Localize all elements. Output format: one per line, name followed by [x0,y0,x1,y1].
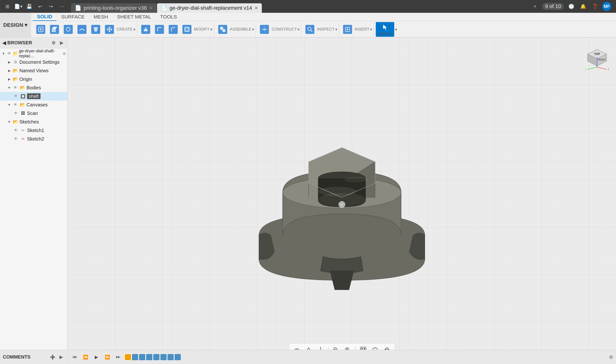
comments-collapse-icon[interactable]: ▶ [58,354,64,361]
tab-ge-dryer[interactable]: 📄 ge-dryer-dial-shaft-replacement v14 ✕ [157,3,262,13]
select-chevron-icon[interactable]: ▾ [395,27,397,32]
play-btn[interactable]: ▶ [92,353,101,361]
browser-collapse-icon[interactable]: ◀ [2,40,6,46]
user-avatar[interactable]: MF [602,2,611,11]
inspect-btn[interactable] [303,25,317,34]
chamfer-btn[interactable] [167,25,180,34]
tree-root-item[interactable]: ▼ 👁 📁 ge-dryer-dial-shaft-replac... ⚙ [0,49,67,58]
keyframe-1[interactable] [132,354,138,360]
inspect-chevron-icon[interactable]: ▾ [335,27,337,32]
keyframe-7[interactable] [175,354,181,360]
canvas-area[interactable]: TOP FRONT Z Y X [67,38,616,364]
extrude-btn[interactable] [48,25,61,34]
svg-text:FRONT: FRONT [598,59,606,61]
sweep-btn[interactable] [75,25,89,34]
select-btn[interactable]: SELECT [376,22,394,37]
step-back-btn[interactable]: ⏪ [81,353,90,361]
keyframe-4[interactable] [153,354,159,360]
tab-surface[interactable]: SURFACE [57,13,89,21]
clock-icon[interactable]: 🕐 [567,2,576,11]
tree-canvases[interactable]: ▼ 👁 📂 Canvases [0,101,67,109]
tab-sheet-metal[interactable]: SHEET METAL [113,13,155,21]
viewport-orientation-cube[interactable]: TOP FRONT Z Y X [583,42,611,71]
design-button[interactable]: DESIGN ▾ [0,13,31,37]
revolve-btn[interactable] [62,25,75,34]
tab-mesh[interactable]: MESH [89,13,112,21]
canvases-eye-icon[interactable]: 👁 [12,102,18,108]
press-pull-btn[interactable] [139,25,152,34]
save-icon[interactable]: 💾 [25,2,34,11]
chamfer-icon [169,25,178,34]
browser-settings-icon[interactable]: ⚙ [50,39,57,46]
named-views-expand[interactable]: ▶ [7,68,11,73]
bodies-expand[interactable]: ▼ [7,86,11,90]
tree-document-settings[interactable]: ▶ ⚙ Document Settings [0,58,67,66]
tree-sketch2[interactable]: 👁 ✏ Sketch2 [0,135,67,143]
animation-bar: ⏮ ⏪ ▶ ⏩ ⏭ ⚙ [67,350,616,364]
sketches-expand[interactable]: ▼ [7,120,11,124]
tree-sketch1[interactable]: 👁 ✏ Sketch1 [0,126,67,135]
step-forward-btn[interactable]: ⏩ [103,353,112,361]
skip-back-btn[interactable]: ⏮ [70,353,79,361]
root-expand-icon[interactable]: ▼ [1,52,6,56]
svg-text:Z: Z [608,68,609,71]
loft-btn[interactable] [89,25,102,34]
tree-sketches[interactable]: ▼ 📂 Sketches [0,117,67,126]
browser-header-right: ⚙ ▶ [50,39,65,46]
construct-btn[interactable] [258,25,271,34]
assemble-btn[interactable] [216,25,229,34]
comments-add-icon[interactable]: ➕ [49,354,56,361]
keyframe-6[interactable] [167,354,174,360]
skip-forward-btn[interactable]: ⏭ [114,353,123,361]
tree-origin[interactable]: ▶ 📂 Origin [0,75,67,83]
origin-expand[interactable]: ▶ [7,77,11,81]
tab-close-icon-2[interactable]: ✕ [255,5,258,11]
tree-scan[interactable]: 👁 🖼 Scan [0,109,67,117]
create-new-component-btn[interactable] [34,25,47,34]
app-grid-icon[interactable]: ⊞ [3,2,12,11]
new-tab-btn[interactable]: + [530,2,539,11]
svg-rect-72 [361,348,363,350]
sketch2-eye-icon[interactable]: 👁 [13,136,19,142]
more-icon[interactable]: ⋯ [57,2,66,11]
redo-icon[interactable]: ↪ [46,2,55,11]
shaft-eye-icon[interactable]: 👁 [13,93,19,99]
svg-text:Y: Y [585,68,587,71]
root-settings-icon[interactable]: ⚙ [63,52,66,56]
shell-btn[interactable] [180,25,193,34]
inspect-group: INSPECT ▾ [302,22,339,37]
more-create-btn[interactable] [103,25,116,34]
create-chevron-icon[interactable]: ▾ [133,27,136,32]
scan-eye-icon[interactable]: 👁 [13,110,19,116]
keyframe-3[interactable] [146,354,152,360]
root-eye-icon[interactable]: 👁 [7,51,12,57]
tree-bodies[interactable]: ▼ 👁 📂 Bodies [0,83,67,92]
tab-printing-tools[interactable]: 📄 printing-tools-organizer v38 ✕ [71,3,157,13]
help-icon[interactable]: ❓ [590,2,599,11]
tab-solid[interactable]: SOLID [33,13,56,21]
doc-settings-expand[interactable]: ▶ [7,60,11,64]
browser-close-icon[interactable]: ▶ [58,39,65,46]
keyframe-2[interactable] [139,354,145,360]
fillet-btn[interactable] [153,25,166,34]
modify-chevron-icon[interactable]: ▾ [210,27,213,32]
keyframe-5[interactable] [160,354,167,360]
tab-tools[interactable]: TOOLS [156,13,181,21]
tree-named-views[interactable]: ▶ 📂 Named Views [0,66,67,75]
bodies-eye-icon[interactable]: 👁 [12,85,18,91]
keyframe-0[interactable] [125,354,131,360]
timeline-settings-icon[interactable]: ⚙ [609,354,613,360]
sketch1-eye-icon[interactable]: 👁 [13,127,19,133]
tree-shaft[interactable]: 👁 🔲 shaft [0,92,67,101]
bell-icon[interactable]: 🔔 [578,2,588,11]
construct-chevron-icon[interactable]: ▾ [297,27,300,32]
undo-icon[interactable]: ↩ [36,2,45,11]
tab-close-icon[interactable]: ✕ [149,5,153,11]
insert-icon [343,25,352,34]
insert-btn[interactable] [341,25,354,34]
file-menu-icon[interactable]: 📄▾ [14,2,23,11]
assemble-chevron-icon[interactable]: ▾ [252,27,254,32]
3d-model-viewport[interactable] [235,110,449,299]
canvases-expand[interactable]: ▼ [7,103,11,107]
insert-chevron-icon[interactable]: ▾ [370,27,372,32]
